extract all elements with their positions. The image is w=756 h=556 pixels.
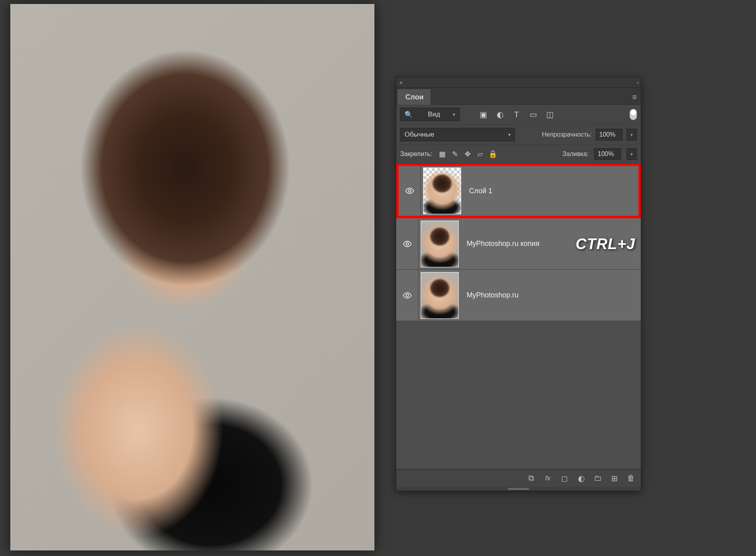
image-filter-icon[interactable]: ▣ <box>479 110 487 119</box>
fx-icon[interactable]: fx <box>543 474 552 482</box>
filter-toggle[interactable] <box>630 109 637 120</box>
lock-artboard-icon[interactable]: ▱ <box>476 150 484 158</box>
blend-opacity-row: Обычные ▾ Непрозрачность: 100% ▾ <box>396 125 641 145</box>
chevron-down-icon: ▾ <box>508 132 511 137</box>
lock-pixels-icon[interactable]: ▦ <box>438 150 446 158</box>
svg-point-1 <box>406 242 408 245</box>
panel-resize-handle[interactable] <box>396 487 641 491</box>
lock-position-icon[interactable]: ✥ <box>463 150 472 158</box>
eye-icon <box>405 186 414 196</box>
layer-thumbnail[interactable] <box>421 221 459 267</box>
panel-menu-icon[interactable]: ≡ <box>632 93 641 104</box>
filter-kind-label: Вид <box>428 110 440 118</box>
filter-kind-select[interactable]: Вид 🔍 ▾ <box>400 108 460 121</box>
layers-panel: × ‹‹ Слои ≡ Вид 🔍 ▾ ▣ ◐ T ▭ ◫ Обычные ▾ … <box>396 77 641 491</box>
mask-icon[interactable]: ◻ <box>560 474 569 483</box>
panel-titlebar[interactable]: × ‹‹ <box>396 78 641 88</box>
folder-icon[interactable]: 🗀 <box>593 474 602 483</box>
layer-row-2[interactable]: MyPhotoshop.ru копия CTRL+J <box>396 218 641 270</box>
fill-stepper[interactable]: ▾ <box>627 148 637 160</box>
layer-name[interactable]: MyPhotoshop.ru копия <box>467 240 539 248</box>
eye-icon <box>403 239 412 249</box>
smartobj-filter-icon[interactable]: ◫ <box>546 110 554 119</box>
layer-name[interactable]: MyPhotoshop.ru <box>467 291 519 299</box>
link-icon[interactable]: ⧉ <box>527 474 536 483</box>
fill-value[interactable]: 100% <box>594 148 621 160</box>
new-layer-icon[interactable]: ⊞ <box>610 474 619 483</box>
blend-mode-select[interactable]: Обычные ▾ <box>400 128 515 141</box>
eye-icon <box>403 291 412 300</box>
lock-label: Закрепить: <box>400 150 432 158</box>
lock-fill-row: Закрепить: ▦ ✎ ✥ ▱ 🔒 Заливка: 100% ▾ <box>396 145 641 164</box>
svg-point-0 <box>408 190 410 192</box>
layer-row-3[interactable]: MyPhotoshop.ru <box>396 270 641 321</box>
layer-thumbnail[interactable] <box>423 168 461 214</box>
close-icon[interactable]: × <box>399 79 403 86</box>
type-filter-icon[interactable]: T <box>513 110 520 119</box>
opacity-label: Непрозрачность: <box>542 131 592 138</box>
collapse-icon[interactable]: ‹‹ <box>637 80 638 86</box>
tab-layers[interactable]: Слои <box>398 89 431 105</box>
visibility-toggle[interactable] <box>396 270 418 321</box>
opacity-stepper[interactable]: ▾ <box>627 129 637 141</box>
layer-filter-row: Вид 🔍 ▾ ▣ ◐ T ▭ ◫ <box>396 105 641 125</box>
fill-label: Заливка: <box>562 150 589 158</box>
filter-icons: ▣ ◐ T ▭ ◫ <box>479 110 554 119</box>
opacity-value[interactable]: 100% <box>596 129 623 141</box>
chevron-down-icon: ▾ <box>453 112 455 117</box>
lock-brush-icon[interactable]: ✎ <box>450 150 459 158</box>
adjustment-icon[interactable]: ◐ <box>577 474 585 483</box>
visibility-toggle[interactable] <box>399 166 421 216</box>
blend-mode-label: Обычные <box>405 131 434 139</box>
fill-value-text: 100% <box>598 150 614 158</box>
trash-icon[interactable]: 🗑 <box>627 474 635 483</box>
tab-layers-label: Слои <box>405 93 424 101</box>
opacity-value-text: 100% <box>599 131 615 138</box>
layer-row-1[interactable]: Слой 1 <box>396 164 641 218</box>
lock-icons: ▦ ✎ ✥ ▱ 🔒 <box>438 150 497 158</box>
adjustment-filter-icon[interactable]: ◐ <box>496 110 504 119</box>
shape-filter-icon[interactable]: ▭ <box>529 110 537 119</box>
document-canvas[interactable] <box>10 4 374 550</box>
layer-list[interactable]: Слой 1 MyPhotoshop.ru копия CTRL+J MyPho… <box>396 164 641 469</box>
layer-thumbnail[interactable] <box>421 272 459 319</box>
svg-point-2 <box>406 294 408 296</box>
panel-footer: ⧉ fx ◻ ◐ 🗀 ⊞ 🗑 <box>396 469 641 487</box>
layer-name[interactable]: Слой 1 <box>469 187 492 195</box>
visibility-toggle[interactable] <box>396 218 418 269</box>
canvas-image <box>10 4 374 550</box>
shortcut-hint: CTRL+J <box>576 235 635 252</box>
lock-all-icon[interactable]: 🔒 <box>488 150 497 158</box>
panel-tabs: Слои ≡ <box>396 88 641 105</box>
search-icon: 🔍 <box>405 110 413 119</box>
